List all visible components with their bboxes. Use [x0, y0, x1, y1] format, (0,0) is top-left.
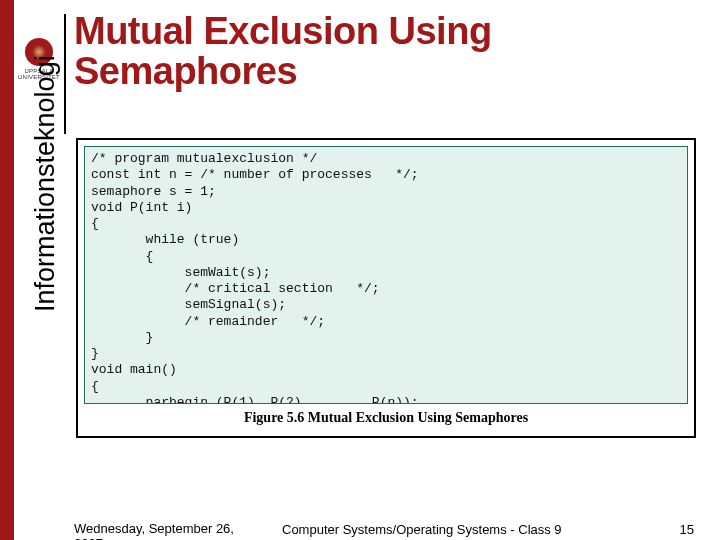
- figure-box: /* program mutualexclusion */ const int …: [76, 138, 696, 438]
- vertical-department-label: Informationsteknologi: [30, 55, 61, 312]
- footer-page: 15: [680, 522, 694, 537]
- footer-date: Wednesday, September 26, 2007: [74, 522, 254, 540]
- figure-caption: Figure 5.6 Mutual Exclusion Using Semaph…: [84, 410, 688, 426]
- code-listing: /* program mutualexclusion */ const int …: [84, 146, 688, 404]
- title-line2: Semaphores: [74, 50, 297, 92]
- title-separator: [64, 14, 66, 134]
- title-line1: Mutual Exclusion Using: [74, 10, 492, 52]
- footer-course: Computer Systems/Operating Systems - Cla…: [282, 522, 642, 537]
- page-title: Mutual Exclusion UsingSemaphores: [74, 12, 492, 92]
- red-bar: [0, 0, 14, 540]
